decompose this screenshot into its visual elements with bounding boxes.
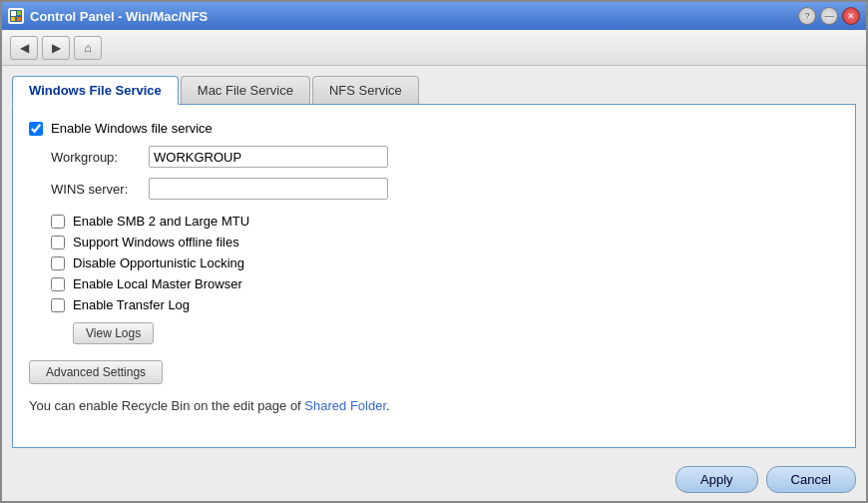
workgroup-label: Workgroup: [51,150,141,165]
back-button[interactable]: ◀ [10,36,38,60]
svg-rect-1 [11,11,16,16]
info-text-after: . [386,398,390,413]
content-area: Windows File Service Mac File Service NF… [2,66,866,458]
wins-row: WINS server: [51,178,839,200]
cancel-button[interactable]: Cancel [766,466,856,493]
master-browser-row: Enable Local Master Browser [51,276,839,291]
tab-bar: Windows File Service Mac File Service NF… [12,76,856,104]
workgroup-row: Workgroup: [51,146,839,168]
workgroup-input[interactable] [149,146,388,168]
help-button[interactable]: ? [798,7,816,25]
settings-panel: Enable Windows file service Workgroup: W… [12,104,856,448]
options-section: Enable SMB 2 and Large MTU Support Windo… [51,214,839,312]
transfer-log-row: Enable Transfer Log [51,297,839,312]
offline-label: Support Windows offline files [73,235,239,250]
enable-windows-checkbox[interactable] [29,122,43,136]
oplock-row: Disable Opportunistic Locking [51,255,839,270]
home-button[interactable]: ⌂ [74,36,102,60]
enable-windows-label: Enable Windows file service [51,121,213,136]
tab-nfs-service[interactable]: NFS Service [312,76,419,104]
offline-checkbox[interactable] [51,236,65,250]
title-bar: Control Panel - Win/Mac/NFS ? — ✕ [2,2,866,30]
info-text-before: You can enable Recycle Bin on the edit p… [29,398,304,413]
close-button[interactable]: ✕ [842,7,860,25]
tab-windows-file-service[interactable]: Windows File Service [12,76,179,105]
svg-rect-2 [17,11,21,15]
toolbar: ◀ ▶ ⌂ [2,30,866,66]
wins-input[interactable] [149,178,388,200]
oplock-checkbox[interactable] [51,256,65,270]
master-browser-label: Enable Local Master Browser [73,276,242,291]
offline-row: Support Windows offline files [51,235,839,250]
smb-label: Enable SMB 2 and Large MTU [73,214,249,229]
info-section: You can enable Recycle Bin on the edit p… [29,398,839,413]
advanced-container: Advanced Settings [29,354,839,384]
tab-mac-file-service[interactable]: Mac File Service [181,76,310,104]
smb-row: Enable SMB 2 and Large MTU [51,214,839,229]
master-browser-checkbox[interactable] [51,277,65,291]
footer: Apply Cancel [2,458,866,501]
transfer-log-checkbox[interactable] [51,298,65,312]
forward-button[interactable]: ▶ [42,36,70,60]
apply-button[interactable]: Apply [675,466,758,493]
shared-folder-link[interactable]: Shared Folder [304,398,386,413]
advanced-settings-button[interactable]: Advanced Settings [29,360,163,384]
minimize-button[interactable]: — [820,7,838,25]
smb-checkbox[interactable] [51,215,65,229]
svg-rect-4 [17,17,21,21]
transfer-log-label: Enable Transfer Log [73,297,190,312]
window-controls: ? — ✕ [798,7,860,25]
oplock-label: Disable Opportunistic Locking [73,255,244,270]
window-icon [8,8,24,24]
window-title: Control Panel - Win/Mac/NFS [30,9,792,24]
main-window: Control Panel - Win/Mac/NFS ? — ✕ ◀ ▶ ⌂ … [0,0,868,503]
view-logs-button[interactable]: View Logs [73,322,154,344]
enable-windows-row: Enable Windows file service [29,121,839,136]
wins-label: WINS server: [51,182,141,197]
svg-rect-3 [11,17,15,21]
view-logs-container: View Logs [29,322,839,344]
